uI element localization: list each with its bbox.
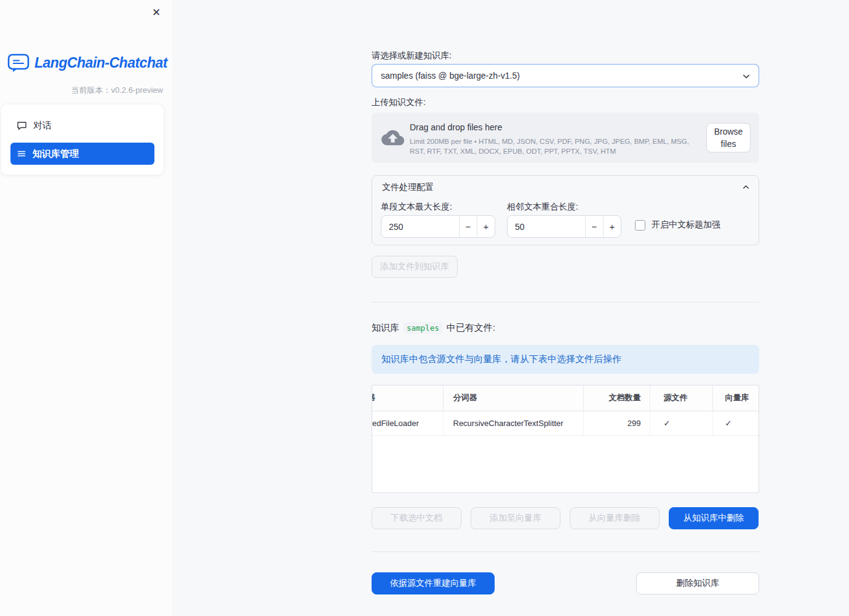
kb-files-heading: 知识库 samples 中已有文件:	[372, 322, 495, 334]
version-label: 当前版本：	[71, 85, 111, 95]
cell-loader: UnstructuredFileLoader	[372, 411, 443, 435]
chevron-up-icon[interactable]	[741, 182, 751, 195]
add-to-vector-store-button[interactable]: 添加至向量库	[471, 507, 560, 529]
max-length-label: 单段文本最大长度:	[381, 202, 452, 213]
browse-files-button[interactable]: Browse files	[706, 123, 751, 152]
overlap-input[interactable]: 50	[515, 216, 525, 237]
cell-splitter: RecursiveCharacterTextSplitter	[443, 411, 583, 435]
zh-title-enhance-checkbox[interactable]	[635, 220, 645, 231]
list-icon	[17, 149, 26, 159]
upload-label: 上传知识文件:	[372, 97, 426, 108]
cell-vector-store-check: ✓	[712, 411, 759, 435]
zh-title-enhance-row: 开启中文标题加强	[635, 219, 720, 231]
divider	[372, 302, 759, 302]
close-icon: ✕	[152, 7, 161, 18]
info-alert-text: 知识库中包含源文件与向量库，请从下表中选择文件后操作	[381, 353, 621, 365]
overlap-stepper: 50 − +	[507, 215, 621, 238]
kb-name-code: samples	[404, 322, 442, 334]
version-text: 当前版本：v0.2.6-preview	[71, 85, 163, 96]
sidebar: ✕ LangChain-Chatchat 当前版本：v0.2.6-preview	[0, 0, 172, 616]
file-dropzone[interactable]: Drag and drop files here Limit 200MB per…	[372, 113, 759, 163]
delete-from-vector-store-button[interactable]: 从向量库删除	[570, 507, 660, 529]
cell-doc-count: 299	[583, 411, 650, 435]
table-header-row: 文档加载器 分词器 文档数量 源文件 向量库	[372, 385, 759, 411]
chevron-down-icon	[740, 70, 752, 84]
download-selected-button[interactable]: 下载选中文档	[372, 507, 461, 529]
max-length-input[interactable]: 250	[389, 216, 403, 237]
logo: LangChain-Chatchat	[7, 53, 167, 73]
minus-button[interactable]: −	[585, 216, 603, 237]
sidebar-item-label: 对话	[33, 120, 52, 132]
plus-button[interactable]: +	[603, 216, 621, 237]
delete-kb-button[interactable]: 删除知识库	[636, 572, 759, 594]
divider	[372, 551, 759, 552]
max-length-stepper: 250 − +	[381, 215, 495, 238]
kb-files-prefix: 知识库	[372, 322, 399, 334]
logo-text: LangChain-Chatchat	[34, 55, 167, 71]
delete-from-kb-button[interactable]: 从知识库中删除	[669, 507, 759, 529]
column-header-splitter[interactable]: 分词器	[443, 385, 583, 411]
sidebar-item-label: 知识库管理	[33, 148, 79, 160]
sidebar-close-button[interactable]: ✕	[148, 4, 165, 21]
files-table[interactable]: 文档加载器 分词器 文档数量 源文件 向量库 UnstructuredFileL…	[372, 385, 759, 493]
column-header-vector-store[interactable]: 向量库	[712, 385, 759, 411]
column-header-doc-count[interactable]: 文档数量	[583, 385, 650, 411]
sidebar-item-chat[interactable]: 对话	[10, 114, 154, 136]
chat-icon	[17, 120, 27, 131]
sidebar-item-kb-management[interactable]: 知识库管理	[10, 143, 154, 165]
main-content: 请选择或新建知识库: samples (faiss @ bge-large-zh…	[372, 0, 759, 616]
add-files-button[interactable]: 添加文件到知识库	[372, 256, 458, 278]
rebuild-vector-store-button[interactable]: 依据源文件重建向量库	[372, 572, 495, 594]
column-header-loader[interactable]: 文档加载器	[372, 385, 443, 411]
kb-select[interactable]: samples (faiss @ bge-large-zh-v1.5)	[372, 64, 759, 87]
kb-files-suffix: 中已有文件:	[447, 322, 495, 334]
minus-button[interactable]: −	[459, 216, 477, 237]
kb-select-label: 请选择或新建知识库:	[372, 50, 452, 61]
sidebar-menu: 对话 知识库管理	[1, 105, 164, 175]
info-alert: 知识库中包含源文件与向量库，请从下表中选择文件后操作	[372, 345, 759, 374]
expander-title[interactable]: 文件处理配置	[382, 182, 434, 193]
logo-chat-icon	[7, 53, 30, 73]
files-table-scroll[interactable]: 文档加载器 分词器 文档数量 源文件 向量库 UnstructuredFileL…	[372, 385, 759, 436]
file-config-expander: 文件处理配置 单段文本最大长度: 相邻文本重合长度: 250 − + 50 − …	[372, 175, 759, 245]
version-value: v0.2.6-preview	[111, 85, 163, 95]
kb-select-value: samples (faiss @ bge-large-zh-v1.5)	[381, 71, 520, 81]
cloud-upload-icon	[381, 129, 404, 149]
zh-title-enhance-label: 开启中文标题加强	[652, 219, 720, 231]
cell-source-file-check: ✓	[650, 411, 712, 435]
column-header-source-file[interactable]: 源文件	[650, 385, 712, 411]
dropzone-limits: Limit 200MB per file • HTML, MD, JSON, C…	[410, 136, 705, 156]
dropzone-instruction: Drag and drop files here	[410, 122, 502, 132]
overlap-label: 相邻文本重合长度:	[507, 202, 578, 213]
plus-button[interactable]: +	[477, 216, 495, 237]
table-row[interactable]: UnstructuredFileLoader RecursiveCharacte…	[372, 411, 759, 435]
